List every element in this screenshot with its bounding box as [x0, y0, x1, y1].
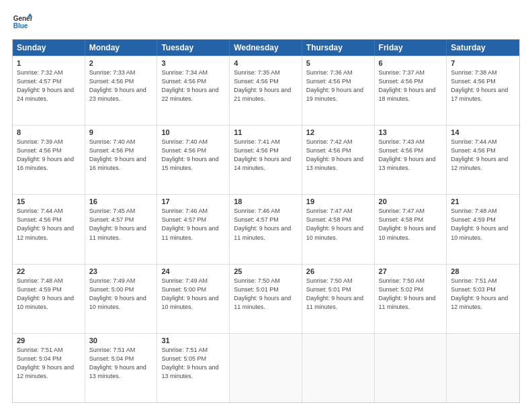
- calendar-cell: 21Sunrise: 7:48 AM Sunset: 4:59 PM Dayli…: [447, 195, 519, 263]
- calendar-cell: [447, 334, 519, 402]
- day-info: Sunrise: 7:50 AM Sunset: 5:01 PM Dayligh…: [306, 277, 370, 312]
- calendar-cell: [302, 334, 375, 402]
- day-number: 2: [89, 59, 153, 67]
- day-number: 23: [89, 267, 153, 275]
- day-info: Sunrise: 7:48 AM Sunset: 4:59 PM Dayligh…: [451, 207, 515, 242]
- day-info: Sunrise: 7:39 AM Sunset: 4:56 PM Dayligh…: [17, 138, 81, 173]
- day-number: 25: [234, 267, 298, 275]
- calendar-cell: 18Sunrise: 7:46 AM Sunset: 4:57 PM Dayli…: [230, 195, 302, 263]
- calendar-cell: 10Sunrise: 7:40 AM Sunset: 4:56 PM Dayli…: [157, 126, 230, 194]
- calendar-cell: 27Sunrise: 7:50 AM Sunset: 5:02 PM Dayli…: [375, 265, 447, 333]
- calendar-cell: 1Sunrise: 7:32 AM Sunset: 4:57 PM Daylig…: [13, 56, 85, 125]
- day-info: Sunrise: 7:42 AM Sunset: 4:56 PM Dayligh…: [306, 138, 370, 173]
- weekday-header: Friday: [375, 40, 447, 56]
- calendar-row: 8Sunrise: 7:39 AM Sunset: 4:56 PM Daylig…: [13, 125, 519, 194]
- day-info: Sunrise: 7:49 AM Sunset: 5:00 PM Dayligh…: [89, 277, 153, 312]
- weekday-header: Tuesday: [157, 40, 230, 56]
- calendar-row: 29Sunrise: 7:51 AM Sunset: 5:04 PM Dayli…: [13, 333, 519, 402]
- day-number: 6: [379, 59, 443, 67]
- calendar-row: 22Sunrise: 7:48 AM Sunset: 4:59 PM Dayli…: [13, 264, 519, 333]
- weekday-header: Wednesday: [230, 40, 302, 56]
- day-info: Sunrise: 7:40 AM Sunset: 4:56 PM Dayligh…: [161, 138, 225, 173]
- weekday-header: Sunday: [13, 40, 85, 56]
- day-info: Sunrise: 7:44 AM Sunset: 4:56 PM Dayligh…: [451, 138, 515, 173]
- day-number: 28: [451, 267, 515, 275]
- calendar-cell: 9Sunrise: 7:40 AM Sunset: 4:56 PM Daylig…: [85, 126, 158, 194]
- day-number: 31: [161, 336, 225, 345]
- day-number: 4: [234, 59, 298, 67]
- day-info: Sunrise: 7:50 AM Sunset: 5:02 PM Dayligh…: [379, 277, 443, 312]
- calendar-cell: 20Sunrise: 7:47 AM Sunset: 4:58 PM Dayli…: [375, 195, 447, 263]
- day-number: 8: [17, 128, 81, 136]
- calendar-cell: 28Sunrise: 7:51 AM Sunset: 5:03 PM Dayli…: [447, 265, 519, 333]
- day-number: 12: [306, 128, 370, 136]
- day-number: 13: [379, 128, 443, 136]
- day-info: Sunrise: 7:37 AM Sunset: 4:56 PM Dayligh…: [379, 68, 443, 103]
- calendar-cell: 13Sunrise: 7:43 AM Sunset: 4:56 PM Dayli…: [375, 126, 447, 194]
- day-number: 29: [17, 336, 81, 345]
- calendar-cell: 5Sunrise: 7:36 AM Sunset: 4:56 PM Daylig…: [302, 56, 375, 125]
- day-info: Sunrise: 7:51 AM Sunset: 5:04 PM Dayligh…: [89, 346, 153, 381]
- day-number: 5: [306, 59, 370, 67]
- day-number: 15: [17, 197, 81, 205]
- day-info: Sunrise: 7:50 AM Sunset: 5:01 PM Dayligh…: [234, 277, 298, 312]
- day-number: 9: [89, 128, 153, 136]
- calendar-cell: 24Sunrise: 7:49 AM Sunset: 5:00 PM Dayli…: [157, 265, 230, 333]
- day-number: 21: [451, 197, 515, 205]
- calendar-cell: 31Sunrise: 7:51 AM Sunset: 5:05 PM Dayli…: [157, 334, 230, 402]
- calendar-cell: 26Sunrise: 7:50 AM Sunset: 5:01 PM Dayli…: [302, 265, 375, 333]
- svg-text:Blue: Blue: [13, 22, 28, 30]
- day-info: Sunrise: 7:36 AM Sunset: 4:56 PM Dayligh…: [306, 68, 370, 103]
- day-number: 7: [451, 59, 515, 67]
- calendar-cell: 30Sunrise: 7:51 AM Sunset: 5:04 PM Dayli…: [85, 334, 158, 402]
- calendar-header: SundayMondayTuesdayWednesdayThursdayFrid…: [13, 40, 519, 56]
- day-number: 14: [451, 128, 515, 136]
- day-info: Sunrise: 7:48 AM Sunset: 4:59 PM Dayligh…: [17, 277, 81, 312]
- header: General Blue: [12, 12, 520, 32]
- calendar-cell: 23Sunrise: 7:49 AM Sunset: 5:00 PM Dayli…: [85, 265, 158, 333]
- day-number: 30: [89, 336, 153, 345]
- calendar-cell: 22Sunrise: 7:48 AM Sunset: 4:59 PM Dayli…: [13, 265, 85, 333]
- calendar-cell: 14Sunrise: 7:44 AM Sunset: 4:56 PM Dayli…: [447, 126, 519, 194]
- calendar: SundayMondayTuesdayWednesdayThursdayFrid…: [12, 39, 520, 403]
- calendar-cell: 6Sunrise: 7:37 AM Sunset: 4:56 PM Daylig…: [375, 56, 447, 125]
- weekday-header: Thursday: [302, 40, 375, 56]
- day-number: 10: [161, 128, 225, 136]
- day-number: 19: [306, 197, 370, 205]
- day-info: Sunrise: 7:44 AM Sunset: 4:56 PM Dayligh…: [17, 207, 81, 242]
- calendar-cell: [375, 334, 447, 402]
- day-number: 27: [379, 267, 443, 275]
- day-number: 24: [161, 267, 225, 275]
- weekday-header: Saturday: [447, 40, 519, 56]
- calendar-row: 1Sunrise: 7:32 AM Sunset: 4:57 PM Daylig…: [13, 56, 519, 125]
- day-info: Sunrise: 7:43 AM Sunset: 4:56 PM Dayligh…: [379, 138, 443, 173]
- day-number: 22: [17, 267, 81, 275]
- weekday-header: Monday: [85, 40, 158, 56]
- calendar-cell: 4Sunrise: 7:35 AM Sunset: 4:56 PM Daylig…: [230, 56, 302, 125]
- calendar-cell: 29Sunrise: 7:51 AM Sunset: 5:04 PM Dayli…: [13, 334, 85, 402]
- day-number: 20: [379, 197, 443, 205]
- day-number: 1: [17, 59, 81, 67]
- day-info: Sunrise: 7:38 AM Sunset: 4:56 PM Dayligh…: [451, 68, 515, 103]
- day-info: Sunrise: 7:47 AM Sunset: 4:58 PM Dayligh…: [306, 207, 370, 242]
- day-info: Sunrise: 7:35 AM Sunset: 4:56 PM Dayligh…: [234, 68, 298, 103]
- calendar-cell: 16Sunrise: 7:45 AM Sunset: 4:57 PM Dayli…: [85, 195, 158, 263]
- day-info: Sunrise: 7:51 AM Sunset: 5:04 PM Dayligh…: [17, 346, 81, 381]
- calendar-cell: 25Sunrise: 7:50 AM Sunset: 5:01 PM Dayli…: [230, 265, 302, 333]
- calendar-cell: [230, 334, 302, 402]
- logo-icon: General Blue: [12, 12, 32, 32]
- day-info: Sunrise: 7:33 AM Sunset: 4:56 PM Dayligh…: [89, 68, 153, 103]
- page: General Blue SundayMondayTuesdayWednesda…: [0, 0, 532, 411]
- calendar-cell: 12Sunrise: 7:42 AM Sunset: 4:56 PM Dayli…: [302, 126, 375, 194]
- day-number: 16: [89, 197, 153, 205]
- day-number: 11: [234, 128, 298, 136]
- logo: General Blue: [12, 12, 32, 32]
- calendar-cell: 11Sunrise: 7:41 AM Sunset: 4:56 PM Dayli…: [230, 126, 302, 194]
- calendar-cell: 3Sunrise: 7:34 AM Sunset: 4:56 PM Daylig…: [157, 56, 230, 125]
- calendar-cell: 7Sunrise: 7:38 AM Sunset: 4:56 PM Daylig…: [447, 56, 519, 125]
- calendar-cell: 17Sunrise: 7:46 AM Sunset: 4:57 PM Dayli…: [157, 195, 230, 263]
- calendar-row: 15Sunrise: 7:44 AM Sunset: 4:56 PM Dayli…: [13, 194, 519, 263]
- day-info: Sunrise: 7:46 AM Sunset: 4:57 PM Dayligh…: [234, 207, 298, 242]
- day-info: Sunrise: 7:32 AM Sunset: 4:57 PM Dayligh…: [17, 68, 81, 103]
- day-info: Sunrise: 7:51 AM Sunset: 5:03 PM Dayligh…: [451, 277, 515, 312]
